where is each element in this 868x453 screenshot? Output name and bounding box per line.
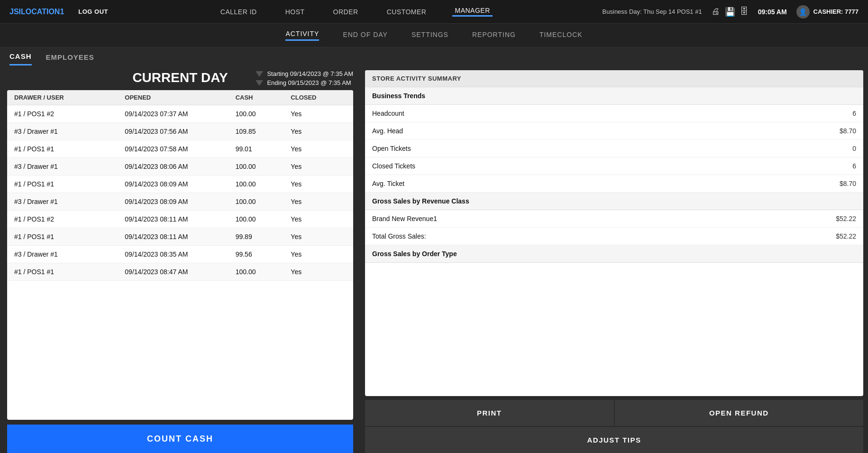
drawer-name: #1 / POS1 #1 <box>14 233 125 240</box>
drawer-name: #3 / Drawer #1 <box>14 163 125 170</box>
adjust-tips-button[interactable]: ADJUST TIPs <box>365 427 863 453</box>
drawer-cash: 100.00 <box>236 268 291 276</box>
sub-nav-item-end-of-day[interactable]: END OF DAY <box>343 31 388 40</box>
drawer-closed: Yes <box>291 250 346 258</box>
activity-value: $52.22 <box>836 232 856 240</box>
sub-nav-item-settings[interactable]: SETTINGS <box>411 31 448 40</box>
cashier-avatar: 👤 <box>796 5 810 18</box>
main-section: CURRENT DAY Starting 09/14/2023 @ 7:35 A… <box>0 65 868 453</box>
activity-value: $52.22 <box>836 215 856 222</box>
count-cash-button[interactable]: COUNT CASH <box>7 425 353 453</box>
table-row[interactable]: #1 / POS1 #1 09/14/2023 08:47 AM 100.00 … <box>7 263 353 281</box>
drawer-name: #1 / POS1 #2 <box>14 215 125 223</box>
triangle-end-icon[interactable] <box>256 80 263 86</box>
drawer-table-header: DRAWER / USEROPENEDCASHCLOSED <box>7 90 353 105</box>
open-refund-button[interactable]: OPEN REFUND <box>615 400 864 426</box>
drawer-cash: 100.00 <box>236 215 291 223</box>
drawer-closed: Yes <box>291 198 346 205</box>
drawer-cash: 99.89 <box>236 233 291 240</box>
drawer-closed: Yes <box>291 145 346 153</box>
time-display: 09:05 AM <box>758 8 787 16</box>
top-nav-item-manager[interactable]: MANAGER <box>452 7 492 17</box>
list-item: Total Gross Sales: $52.22 <box>365 228 863 245</box>
app-title: JSILOCATION1 <box>9 8 64 16</box>
drawer-col-opened: OPENED <box>125 94 235 101</box>
drawer-opened: 09/14/2023 08:06 AM <box>125 163 235 170</box>
right-panel: STORE ACTIVITY SUMMARY Business Trends H… <box>360 65 868 453</box>
drawer-name: #1 / POS1 #1 <box>14 145 125 153</box>
drawer-cash: 100.00 <box>236 110 291 118</box>
tab-employees[interactable]: EMPLOYEES <box>46 53 94 65</box>
drawer-opened: 09/14/2023 08:09 AM <box>125 180 235 188</box>
drawer-closed: Yes <box>291 128 346 135</box>
activity-section-header: Business Trends <box>365 87 863 105</box>
drawer-closed: Yes <box>291 233 346 240</box>
drawer-name: #3 / Drawer #1 <box>14 250 125 258</box>
logout-button[interactable]: LOG OUT <box>78 8 108 15</box>
activity-section-header: Gross Sales by Order Type <box>365 245 863 263</box>
list-item: Avg. Head $8.70 <box>365 122 863 140</box>
table-row[interactable]: #1 / POS1 #2 09/14/2023 07:37 AM 100.00 … <box>7 105 353 123</box>
server-icon[interactable]: 🗄 <box>740 7 749 17</box>
table-row[interactable]: #1 / POS1 #1 09/14/2023 08:11 AM 99.89 Y… <box>7 228 353 246</box>
drawer-col-drawer-/-user: DRAWER / USER <box>14 94 125 101</box>
list-item: Open Tickets 0 <box>365 140 863 157</box>
cashier-info: 👤 CASHIER: 7777 <box>796 5 859 18</box>
business-day: Business Day: Thu Sep 14 POS1 #1 <box>603 8 702 15</box>
sub-nav-item-activity[interactable]: ACTIVITY <box>285 30 319 41</box>
bottom-buttons: PRINT OPEN REFUND ADJUST TIPs <box>365 400 863 453</box>
ending-date: Ending 09/15/2023 @ 7:35 AM <box>256 79 353 86</box>
activity-value: 6 <box>852 162 856 170</box>
ending-label: Ending 09/15/2023 @ 7:35 AM <box>267 79 351 86</box>
left-panel: CURRENT DAY Starting 09/14/2023 @ 7:35 A… <box>0 65 360 453</box>
activity-label: Headcount <box>372 110 404 117</box>
section-title-row: CURRENT DAY Starting 09/14/2023 @ 7:35 A… <box>7 70 353 85</box>
activity-label: Open Tickets <box>372 145 411 152</box>
table-row[interactable]: #3 / Drawer #1 09/14/2023 07:56 AM 109.8… <box>7 123 353 140</box>
activity-section-header: Gross Sales by Revenue Class <box>365 193 863 210</box>
drawer-table-body: #1 / POS1 #2 09/14/2023 07:37 AM 100.00 … <box>7 105 353 281</box>
activity-label: Avg. Head <box>372 127 403 135</box>
db-icon[interactable]: 💾 <box>725 7 735 17</box>
starting-date: Starting 09/14/2023 @ 7:35 AM <box>256 70 353 77</box>
drawer-opened: 09/14/2023 08:35 AM <box>125 250 235 258</box>
top-nav-item-host[interactable]: HOST <box>283 8 307 16</box>
activity-label: Closed Tickets <box>372 162 415 170</box>
drawer-closed: Yes <box>291 180 346 188</box>
top-bar-right: Business Day: Thu Sep 14 POS1 #1 🖨 💾 🗄 0… <box>603 5 859 18</box>
drawer-cash: 100.00 <box>236 163 291 170</box>
drawer-name: #3 / Drawer #1 <box>14 128 125 135</box>
drawer-name: #1 / POS1 #2 <box>14 110 125 118</box>
table-row[interactable]: #3 / Drawer #1 09/14/2023 08:35 AM 99.56… <box>7 246 353 263</box>
top-nav-item-order[interactable]: ORDER <box>331 8 361 16</box>
drawer-name: #1 / POS1 #1 <box>14 180 125 188</box>
triangle-start-icon[interactable] <box>256 71 263 77</box>
print-button[interactable]: PRINT <box>365 400 614 426</box>
drawer-closed: Yes <box>291 110 346 118</box>
top-icons: 🖨 💾 🗄 <box>712 7 749 17</box>
drawer-closed: Yes <box>291 215 346 223</box>
table-row[interactable]: #1 / POS1 #1 09/14/2023 08:09 AM 100.00 … <box>7 176 353 193</box>
drawer-cash: 100.00 <box>236 198 291 205</box>
sub-nav-item-timeclock[interactable]: TIMECLOCK <box>539 31 583 40</box>
table-row[interactable]: #3 / Drawer #1 09/14/2023 08:06 AM 100.0… <box>7 158 353 176</box>
drawer-table: DRAWER / USEROPENEDCASHCLOSED #1 / POS1 … <box>7 90 353 420</box>
tab-cash[interactable]: CASH <box>9 52 32 65</box>
drawer-opened: 09/14/2023 08:11 AM <box>125 215 235 223</box>
top-nav-item-caller-id[interactable]: CALLER ID <box>218 8 259 16</box>
drawer-opened: 09/14/2023 08:47 AM <box>125 268 235 276</box>
activity-value: $8.70 <box>840 180 856 187</box>
drawer-opened: 09/14/2023 07:37 AM <box>125 110 235 118</box>
top-nav-item-customer[interactable]: CUSTOMER <box>384 8 429 16</box>
table-row[interactable]: #3 / Drawer #1 09/14/2023 08:09 AM 100.0… <box>7 193 353 211</box>
store-activity: STORE ACTIVITY SUMMARY Business Trends H… <box>365 70 863 396</box>
drawer-opened: 09/14/2023 07:58 AM <box>125 145 235 153</box>
sub-nav-item-reporting[interactable]: REPORTING <box>472 31 516 40</box>
drawer-name: #3 / Drawer #1 <box>14 198 125 205</box>
print-icon[interactable]: 🖨 <box>712 7 720 17</box>
drawer-opened: 09/14/2023 07:56 AM <box>125 128 235 135</box>
table-row[interactable]: #1 / POS1 #1 09/14/2023 07:58 AM 99.01 Y… <box>7 140 353 158</box>
cashier-label: CASHIER: 7777 <box>813 8 859 15</box>
table-row[interactable]: #1 / POS1 #2 09/14/2023 08:11 AM 100.00 … <box>7 211 353 228</box>
list-item: Headcount 6 <box>365 105 863 122</box>
